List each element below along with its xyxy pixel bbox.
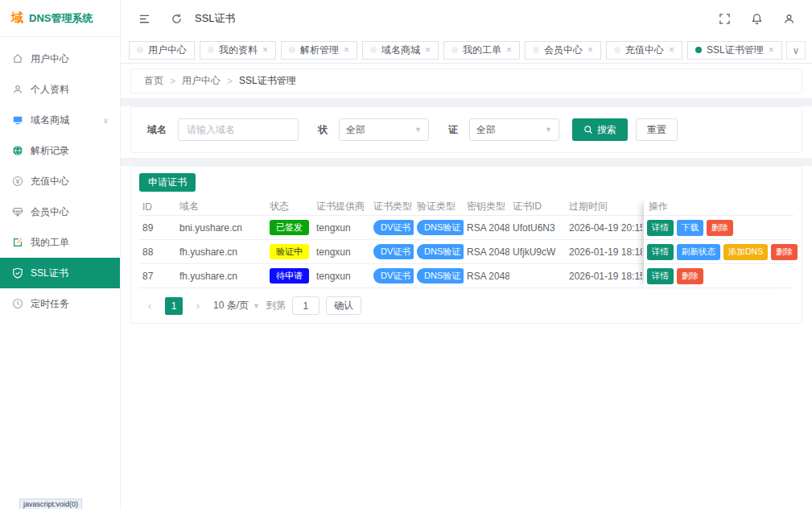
sidebar-item-label: 会员中心: [31, 205, 69, 219]
top-navbar: SSL证书: [121, 0, 812, 37]
col-provider: 证书提供商: [313, 200, 370, 213]
fullscreen-icon[interactable]: [714, 8, 735, 29]
cert-type-select[interactable]: 全部 ▼: [469, 118, 559, 141]
download-button[interactable]: 下载: [677, 220, 703, 236]
verify-type-badge: DNS验证: [417, 220, 464, 234]
vip-diamond-icon: [11, 206, 23, 218]
tab-dot: [533, 47, 539, 53]
sidebar-item-profile[interactable]: 个人资料: [0, 74, 120, 105]
cell-id: 89: [139, 222, 176, 234]
sidebar-item-recharge[interactable]: 充值中心: [0, 166, 120, 197]
status-badge: 验证中: [270, 244, 309, 259]
prev-page-icon[interactable]: ‹: [141, 297, 159, 315]
col-domain: 域名: [176, 200, 266, 213]
apply-certificate-button[interactable]: 申请证书: [139, 173, 196, 192]
delete-button[interactable]: 删除: [771, 244, 798, 260]
sidebar-item-tickets[interactable]: 我的工单: [0, 227, 120, 258]
tab-ssl-cert-manage[interactable]: SSL证书管理 ×: [687, 41, 782, 60]
sidebar-item-domain-mall[interactable]: 域名商城 ∨: [0, 105, 120, 135]
tab-my-tickets[interactable]: 我的工单 ×: [443, 41, 520, 60]
link-status-bar: javascript:void(0): [19, 499, 82, 509]
status-select[interactable]: 全部 ▼: [339, 118, 429, 141]
close-icon[interactable]: ×: [669, 45, 674, 55]
tab-label: 用户中心: [148, 43, 187, 57]
tab-label: 我的资料: [219, 43, 258, 57]
chevron-down-icon: ▼: [545, 126, 552, 134]
tab-recharge[interactable]: 充值中心 ×: [606, 41, 682, 60]
chevron-down-icon: ▼: [253, 302, 260, 310]
sidebar-item-cron-tasks[interactable]: 定时任务: [0, 288, 120, 319]
domain-search-input[interactable]: [178, 118, 299, 141]
sidebar-item-membership[interactable]: 会员中心: [0, 197, 120, 227]
tab-domain-mall[interactable]: 域名商城 ×: [362, 41, 439, 60]
delete-button[interactable]: 删除: [707, 220, 733, 236]
tags-view-bar: 用户中心 我的资料 × 解析管理 × 域名商城 × 我的工单 × 会员中心 ×: [121, 37, 812, 64]
search-form-card: 域名 状 全部 ▼ 证 全部 ▼ 搜索 重置: [130, 106, 802, 153]
cell-key-type: RSA 2048: [464, 271, 509, 282]
sidebar-item-ssl-cert[interactable]: SSL证书: [0, 258, 120, 288]
detail-button[interactable]: 详情: [647, 220, 674, 236]
delete-button[interactable]: 删除: [677, 268, 703, 284]
cell-domain: bni.yushare.cn: [176, 222, 266, 234]
cell-id: 87: [139, 271, 176, 282]
notifications-bell-icon[interactable]: [746, 8, 767, 29]
cert-field-label: 证: [448, 123, 458, 137]
ssl-shield-icon: [11, 267, 23, 279]
pagination: ‹ 1 › 10 条/页 ▼ 到第 确认: [139, 296, 793, 315]
cell-provider: tengxun: [313, 222, 370, 234]
breadcrumb-home[interactable]: 首页: [144, 74, 163, 88]
detail-button[interactable]: 详情: [647, 244, 674, 260]
main-area: SSL证书 用户中心 我的资料 × 解析管理 × 域名商城 ×: [121, 0, 812, 509]
globe-icon: [11, 145, 23, 157]
page-number-1[interactable]: 1: [165, 297, 183, 315]
close-icon[interactable]: ×: [425, 45, 431, 55]
sidebar-item-label: 用户中心: [31, 52, 69, 66]
tabs-dropdown-chevron-icon[interactable]: ∨: [786, 41, 806, 60]
refresh-icon[interactable]: [166, 8, 187, 29]
cell-provider: tengxun: [313, 246, 370, 258]
status-badge: 已签发: [270, 220, 309, 234]
col-status: 状态: [266, 200, 313, 213]
breadcrumb-user-center[interactable]: 用户中心: [182, 74, 221, 88]
row-actions: 详情 删除: [644, 264, 793, 288]
page-size-select[interactable]: 10 条/页 ▼: [213, 299, 260, 312]
col-verify-type: 验证类型: [414, 200, 464, 213]
cell-domain: fh.yushare.cn: [176, 246, 266, 258]
goto-confirm-button[interactable]: 确认: [326, 296, 361, 315]
tab-dot: [451, 47, 458, 53]
col-cert-type: 证书类型: [370, 200, 414, 213]
reset-button[interactable]: 重置: [636, 118, 678, 141]
close-icon[interactable]: ×: [262, 45, 268, 55]
breadcrumb-separator: >: [170, 76, 175, 87]
search-button-label: 搜索: [597, 123, 616, 137]
detail-button[interactable]: 详情: [647, 268, 674, 284]
sidebar-collapse-icon[interactable]: [134, 8, 155, 29]
close-icon[interactable]: ×: [506, 45, 512, 55]
goto-page-input[interactable]: [292, 296, 319, 315]
tab-label: 域名商城: [381, 43, 420, 57]
close-icon[interactable]: ×: [769, 45, 774, 55]
tab-dot: [370, 47, 377, 53]
add-dns-button[interactable]: 添加DNS: [723, 244, 768, 260]
user-avatar-icon[interactable]: [778, 8, 799, 29]
search-icon: [583, 125, 593, 134]
breadcrumb: 首页 > 用户中心 > SSL证书管理: [130, 68, 802, 93]
sidebar-item-dns-records[interactable]: 解析记录: [0, 135, 120, 166]
sidebar: 域 DNS管理系统 用户中心 个人资料 域名商城 ∨ 解析记录 充值中心 会员中…: [0, 0, 121, 509]
refresh-status-button[interactable]: 刷新状态: [677, 244, 720, 260]
next-page-icon[interactable]: ›: [189, 297, 207, 315]
row-actions: 详情 刷新状态 添加DNS 删除: [644, 240, 793, 264]
tab-my-profile[interactable]: 我的资料 ×: [200, 41, 276, 60]
sidebar-item-user-center[interactable]: 用户中心: [0, 43, 120, 74]
sidebar-menu: 用户中心 个人资料 域名商城 ∨ 解析记录 充值中心 会员中心 我的工单: [0, 37, 120, 319]
cell-expire-time: 2026-01-19 18:15:36: [566, 271, 642, 282]
tab-dns-manage[interactable]: 解析管理 ×: [281, 41, 357, 60]
close-icon[interactable]: ×: [587, 45, 593, 55]
tab-membership[interactable]: 会员中心 ×: [525, 41, 601, 60]
search-button[interactable]: 搜索: [572, 118, 628, 141]
page-title: SSL证书: [195, 11, 236, 26]
close-icon[interactable]: ×: [344, 45, 349, 55]
sidebar-item-label: 个人资料: [31, 83, 69, 97]
tab-user-center[interactable]: 用户中心: [129, 41, 195, 60]
reset-button-label: 重置: [647, 123, 666, 137]
